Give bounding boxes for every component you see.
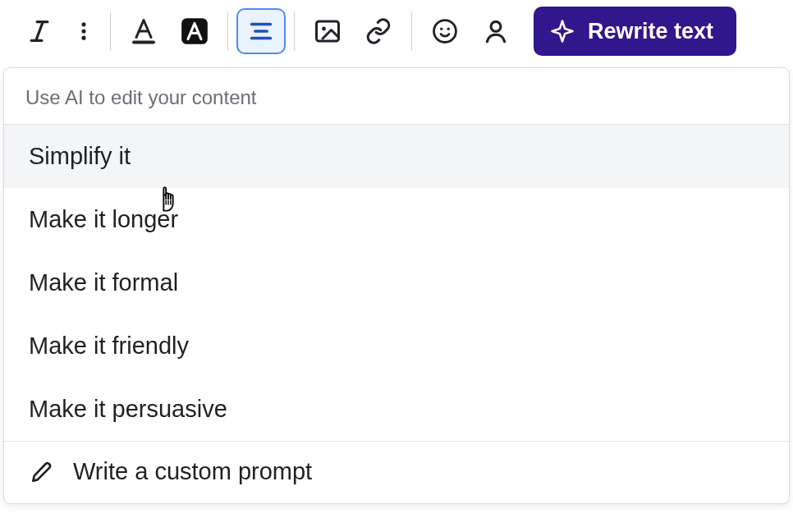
pencil-icon	[29, 459, 55, 485]
svg-point-15	[434, 21, 456, 43]
highlight-color-button[interactable]	[170, 8, 219, 54]
ai-option-persuasive[interactable]: Make it persuasive	[4, 378, 789, 441]
italic-button[interactable]	[15, 8, 64, 54]
svg-point-17	[447, 27, 450, 30]
ai-custom-prompt[interactable]: Write a custom prompt	[4, 442, 789, 503]
svg-rect-13	[317, 21, 339, 41]
toolbar-divider	[411, 11, 412, 51]
ai-menu-header: Use AI to edit your content	[4, 68, 789, 124]
ai-option-simplify[interactable]: Simplify it	[4, 125, 789, 188]
insert-link-button[interactable]	[354, 8, 403, 54]
link-icon	[364, 17, 392, 45]
text-color-icon	[129, 16, 158, 46]
ai-rewrite-menu: Use AI to edit your content Simplify it …	[3, 67, 790, 504]
align-center-button[interactable]	[236, 8, 286, 54]
highlight-icon	[179, 16, 210, 47]
more-vertical-icon	[72, 17, 95, 45]
mention-person-button[interactable]	[471, 8, 520, 54]
image-icon	[313, 16, 342, 46]
ai-option-label: Make it formal	[29, 269, 178, 296]
text-color-button[interactable]	[119, 8, 168, 54]
svg-point-18	[491, 21, 501, 31]
svg-point-5	[81, 36, 85, 40]
align-center-icon	[247, 17, 275, 45]
svg-line-2	[36, 22, 44, 41]
svg-point-16	[440, 27, 442, 30]
formatting-toolbar: Rewrite text	[0, 0, 793, 62]
italic-icon	[25, 17, 53, 45]
svg-rect-8	[181, 18, 208, 44]
svg-point-14	[322, 27, 326, 31]
ai-option-formal[interactable]: Make it formal	[4, 251, 789, 314]
ai-option-friendly[interactable]: Make it friendly	[4, 314, 789, 378]
toolbar-divider	[110, 11, 111, 51]
emoji-icon	[431, 17, 459, 45]
toolbar-divider	[227, 11, 228, 51]
insert-image-button[interactable]	[303, 8, 352, 54]
more-options-button[interactable]	[66, 8, 102, 54]
rewrite-text-label: Rewrite text	[588, 19, 713, 44]
ai-option-longer[interactable]: Make it longer	[4, 188, 789, 251]
ai-option-label: Make it persuasive	[29, 396, 227, 422]
svg-point-4	[81, 29, 85, 33]
ai-option-label: Make it friendly	[29, 332, 189, 359]
insert-emoji-button[interactable]	[420, 8, 470, 54]
person-icon	[482, 17, 510, 45]
ai-custom-prompt-label: Write a custom prompt	[73, 458, 312, 485]
ai-option-label: Simplify it	[29, 143, 131, 169]
rewrite-text-button[interactable]: Rewrite text	[534, 7, 736, 56]
sparkle-icon	[550, 19, 575, 44]
ai-option-label: Make it longer	[29, 206, 178, 232]
toolbar-divider	[294, 11, 295, 51]
svg-point-3	[81, 22, 85, 26]
